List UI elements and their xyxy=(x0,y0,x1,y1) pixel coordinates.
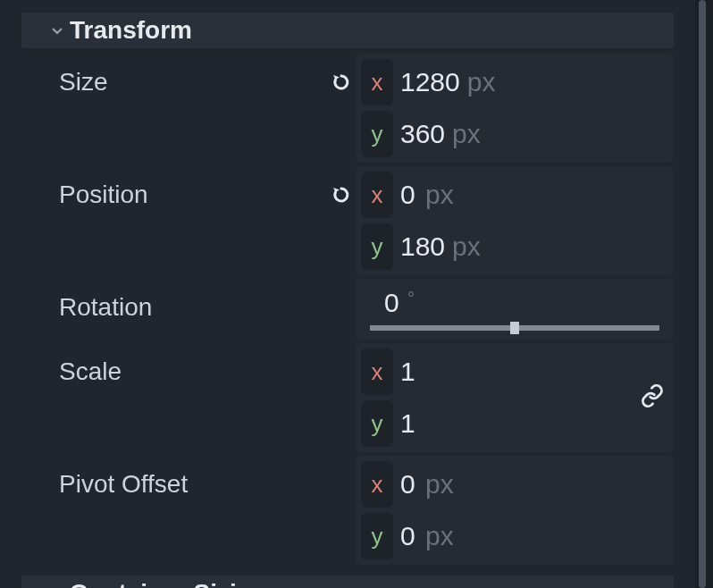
scale-y-field[interactable]: y 1 xyxy=(361,400,668,447)
unit-label: ° xyxy=(407,289,415,309)
size-value-group: x 1280 px y 360 px xyxy=(356,54,674,163)
property-scale: Scale x 1 y 1 xyxy=(0,340,695,452)
unit-label: px xyxy=(425,521,454,551)
property-label: Rotation xyxy=(59,279,327,322)
axis-x-badge: x xyxy=(361,461,393,508)
rotation-field[interactable]: 0 ° xyxy=(356,279,674,340)
pivot-x-field[interactable]: x 0 px xyxy=(361,461,668,508)
axis-x-badge: x xyxy=(361,59,393,105)
pivot-offset-value-group: x 0 px y 0 px xyxy=(356,456,674,565)
pivot-x-value: 0 xyxy=(400,469,418,500)
slider-thumb[interactable] xyxy=(510,322,519,334)
scale-y-value: 1 xyxy=(400,408,418,439)
property-label: Position xyxy=(59,166,327,209)
property-pivot-offset: Pivot Offset x 0 px y 0 px xyxy=(0,452,695,565)
scale-x-value: 1 xyxy=(400,357,418,387)
unit-label: px xyxy=(425,180,454,210)
rotation-value: 0 xyxy=(384,288,402,318)
property-label: Size xyxy=(59,54,327,97)
section-title: Transform xyxy=(70,16,192,45)
scale-value-group: x 1 y 1 xyxy=(356,343,674,452)
chevron-down-icon xyxy=(48,21,66,39)
scale-x-field[interactable]: x 1 xyxy=(361,349,668,395)
unit-label: px xyxy=(467,67,496,97)
position-y-field[interactable]: y 180 px xyxy=(361,223,668,270)
section-header-transform[interactable]: Transform xyxy=(21,13,674,48)
section-title: Container Sizing xyxy=(70,579,267,588)
unit-label: px xyxy=(425,469,454,500)
unit-label: px xyxy=(452,231,481,262)
reset-icon[interactable] xyxy=(327,54,356,93)
chevron-down-icon xyxy=(48,584,66,588)
property-label: Scale xyxy=(59,343,327,386)
axis-y-badge: y xyxy=(361,400,393,447)
axis-x-badge: x xyxy=(361,349,393,395)
unit-label: px xyxy=(452,119,481,149)
link-icon[interactable] xyxy=(640,383,665,412)
scrollbar-vertical[interactable] xyxy=(695,0,713,588)
size-x-field[interactable]: x 1280 px xyxy=(361,59,668,105)
position-value-group: x 0 px y 180 px xyxy=(356,166,674,275)
scrollbar-thumb[interactable] xyxy=(699,0,706,588)
position-y-value: 180 xyxy=(400,231,445,262)
size-x-value: 1280 xyxy=(400,67,460,97)
position-x-field[interactable]: x 0 px xyxy=(361,172,668,218)
axis-y-badge: y xyxy=(361,513,393,559)
axis-y-badge: y xyxy=(361,111,393,157)
axis-x-badge: x xyxy=(361,172,393,218)
size-y-value: 360 xyxy=(400,119,445,149)
reset-icon[interactable] xyxy=(327,166,356,206)
section-header-container-sizing[interactable]: Container Sizing xyxy=(21,575,674,588)
property-size: Size x 1280 px y 360 px xyxy=(0,50,695,163)
property-label: Pivot Offset xyxy=(59,456,327,499)
property-position: Position x 0 px y 180 px xyxy=(0,163,695,275)
pivot-y-field[interactable]: y 0 px xyxy=(361,513,668,559)
rotation-slider[interactable] xyxy=(370,325,659,331)
pivot-y-value: 0 xyxy=(400,521,418,551)
property-rotation: Rotation 0 ° xyxy=(0,275,695,340)
axis-y-badge: y xyxy=(361,223,393,270)
size-y-field[interactable]: y 360 px xyxy=(361,111,668,157)
position-x-value: 0 xyxy=(400,180,418,210)
